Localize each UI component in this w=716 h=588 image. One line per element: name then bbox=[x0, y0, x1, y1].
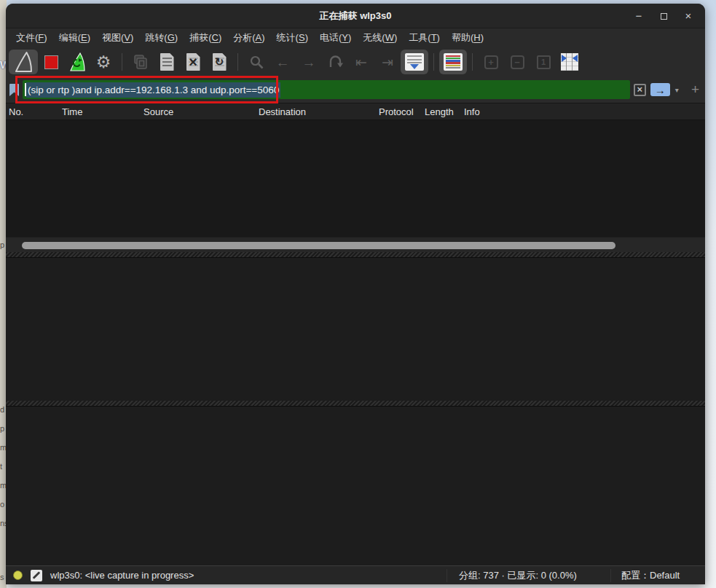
column-header-time[interactable]: Time bbox=[62, 106, 143, 117]
column-header-destination[interactable]: Destination bbox=[259, 106, 379, 117]
auto-scroll-icon bbox=[405, 53, 424, 71]
column-header-length[interactable]: Length bbox=[425, 106, 464, 117]
menu-tools[interactable]: 工具(T) bbox=[403, 28, 446, 47]
back-arrow-icon: ← bbox=[276, 55, 290, 69]
save-file-button[interactable] bbox=[154, 50, 180, 74]
status-left-section: wlp3s0: <live capture in progress> bbox=[6, 570, 446, 581]
open-file-icon bbox=[133, 55, 149, 70]
packet-list-pane bbox=[6, 120, 705, 237]
column-header-protocol[interactable]: Protocol bbox=[379, 106, 425, 117]
menu-file[interactable]: 文件(F) bbox=[10, 28, 53, 47]
reload-file-button[interactable]: ↻ bbox=[206, 50, 232, 74]
minimize-button[interactable]: − bbox=[634, 11, 644, 21]
bookmark-icon bbox=[9, 83, 20, 97]
desktop-text-fragment: o bbox=[0, 500, 4, 509]
goto-packet-icon bbox=[327, 55, 343, 69]
menu-analyze[interactable]: 分析(A) bbox=[227, 28, 270, 47]
column-header-info[interactable]: Info bbox=[464, 106, 705, 117]
packet-details-pane bbox=[6, 257, 705, 401]
expert-info-icon[interactable] bbox=[13, 571, 23, 580]
first-packet-icon: ⇤ bbox=[355, 55, 367, 69]
window-title: 正在捕获 wlp3s0 bbox=[320, 9, 392, 23]
desktop-text-fragment: s bbox=[0, 573, 4, 581]
menu-help[interactable]: 帮助(H) bbox=[446, 28, 489, 47]
stop-capture-button[interactable] bbox=[38, 50, 64, 74]
menu-statistics[interactable]: 统计(S) bbox=[271, 28, 314, 47]
gear-icon: ⚙ bbox=[96, 54, 111, 71]
toolbar-separator bbox=[237, 53, 238, 71]
toolbar-separator bbox=[433, 53, 434, 71]
capture-comment-icon[interactable] bbox=[31, 570, 42, 581]
add-filter-button[interactable]: + bbox=[691, 82, 699, 98]
column-header-source[interactable]: Source bbox=[143, 106, 259, 117]
go-back-button[interactable]: ← bbox=[270, 50, 296, 74]
search-icon bbox=[249, 55, 264, 70]
titlebar[interactable]: 正在捕获 wlp3s0 − × bbox=[6, 4, 705, 28]
filter-bookmark-button[interactable] bbox=[9, 82, 20, 97]
go-forward-button[interactable]: → bbox=[296, 50, 322, 74]
open-file-button[interactable] bbox=[127, 50, 154, 74]
last-packet-button[interactable]: ⇥ bbox=[374, 50, 401, 74]
sharkfin-icon bbox=[14, 52, 33, 72]
last-packet-icon: ⇥ bbox=[382, 55, 393, 69]
colorize-button[interactable] bbox=[439, 50, 467, 74]
colorize-icon bbox=[444, 53, 463, 71]
column-header-no[interactable]: No. bbox=[6, 106, 62, 117]
first-packet-button[interactable]: ⇤ bbox=[348, 50, 374, 74]
filter-text-selected: (sip or rtp )and ip.addr==192.168.1.3 an… bbox=[26, 82, 280, 98]
zoom-out-icon: − bbox=[511, 55, 524, 69]
menu-wireless[interactable]: 无线(W) bbox=[357, 28, 403, 47]
main-toolbar: ⚙ × ↻ ← bbox=[6, 47, 705, 77]
scrollbar-thumb[interactable] bbox=[22, 242, 615, 249]
close-file-icon: × bbox=[186, 53, 200, 71]
toolbar-separator bbox=[472, 53, 473, 71]
menu-telephony[interactable]: 电话(Y) bbox=[314, 28, 357, 47]
desktop-text-fragment: t bbox=[0, 462, 2, 471]
filter-dropdown-caret[interactable]: ▾ bbox=[675, 86, 679, 94]
start-capture-button[interactable] bbox=[9, 50, 38, 74]
wireshark-window: 正在捕获 wlp3s0 − × 文件(F) 编辑(E) 视图(V) 跳转(G) … bbox=[6, 4, 705, 584]
desktop-text-fragment: p bbox=[0, 240, 4, 249]
resize-columns-icon bbox=[561, 53, 578, 71]
save-file-icon bbox=[160, 53, 174, 71]
display-filter-bar: (sip or rtp )and ip.addr==192.168.1.3 an… bbox=[6, 77, 705, 103]
profile-selector[interactable]: 配置：Default bbox=[610, 569, 705, 582]
horizontal-scrollbar[interactable] bbox=[6, 237, 705, 252]
window-controls: − × bbox=[634, 4, 693, 28]
apply-filter-button[interactable]: → bbox=[650, 83, 670, 96]
menu-capture[interactable]: 捕获(C) bbox=[184, 28, 227, 47]
capture-options-button[interactable]: ⚙ bbox=[90, 50, 117, 74]
status-bar: wlp3s0: <live capture in progress> 分组: 7… bbox=[6, 565, 705, 584]
auto-scroll-button[interactable] bbox=[401, 50, 428, 74]
normal-size-button[interactable]: 1 bbox=[530, 50, 556, 74]
restart-capture-button[interactable] bbox=[64, 50, 90, 74]
maximize-button[interactable] bbox=[658, 11, 669, 21]
desktop-text-fragment: d bbox=[0, 405, 4, 414]
pane-splitter[interactable] bbox=[6, 401, 705, 406]
packet-list-header: No. Time Source Destination Protocol Len… bbox=[6, 103, 705, 120]
display-filter-input[interactable]: (sip or rtp )and ip.addr==192.168.1.3 an… bbox=[23, 80, 630, 99]
clear-filter-button[interactable]: × bbox=[634, 84, 646, 96]
restart-sharkfin-icon bbox=[68, 52, 86, 71]
close-button[interactable]: × bbox=[683, 11, 693, 21]
stop-icon bbox=[44, 55, 58, 69]
menu-go[interactable]: 跳转(G) bbox=[139, 28, 184, 47]
desktop-text-fragment: p bbox=[0, 424, 4, 433]
close-file-button[interactable]: × bbox=[180, 50, 206, 74]
reload-file-icon: ↻ bbox=[213, 53, 227, 71]
capture-status-text: wlp3s0: <live capture in progress> bbox=[50, 570, 194, 581]
toolbar-separator bbox=[122, 53, 122, 71]
zoom-in-button[interactable]: + bbox=[478, 50, 504, 74]
packet-bytes-pane bbox=[6, 406, 705, 565]
maximize-icon bbox=[661, 13, 667, 20]
zoom-in-icon: + bbox=[484, 55, 498, 69]
packet-count-text: 分组: 737 · 已显示: 0 (0.0%) bbox=[446, 569, 610, 582]
resize-columns-button[interactable] bbox=[556, 50, 583, 74]
menu-bar: 文件(F) 编辑(E) 视图(V) 跳转(G) 捕获(C) 分析(A) 统计(S… bbox=[6, 28, 705, 47]
pane-splitter[interactable] bbox=[6, 252, 705, 257]
find-packet-button[interactable] bbox=[243, 50, 270, 74]
zoom-out-button[interactable]: − bbox=[504, 50, 530, 74]
menu-view[interactable]: 视图(V) bbox=[96, 28, 139, 47]
menu-edit[interactable]: 编辑(E) bbox=[53, 28, 96, 47]
go-to-packet-button[interactable] bbox=[322, 50, 348, 74]
